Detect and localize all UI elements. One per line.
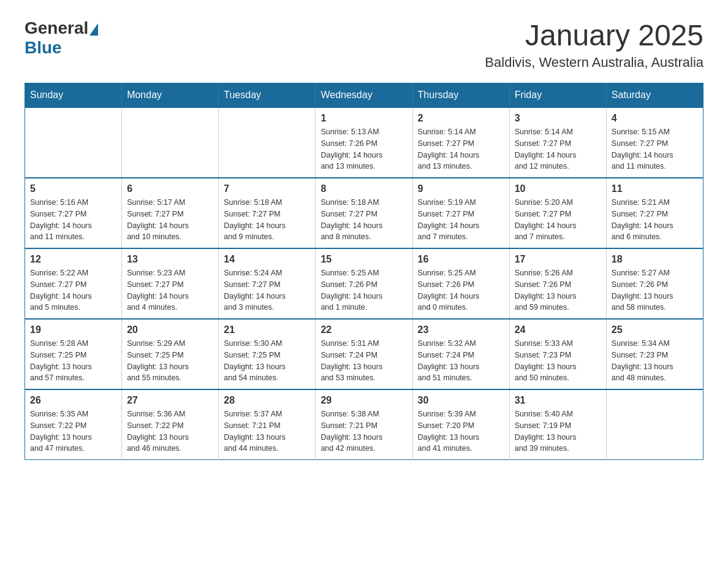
day-number: 4 bbox=[612, 113, 698, 124]
day-of-week-header: Thursday bbox=[412, 83, 509, 108]
day-number: 28 bbox=[224, 395, 310, 406]
calendar-week-row: 19Sunrise: 5:28 AM Sunset: 7:25 PM Dayli… bbox=[25, 319, 703, 389]
day-info: Sunrise: 5:24 AM Sunset: 7:27 PM Dayligh… bbox=[224, 267, 310, 313]
day-number: 19 bbox=[30, 324, 116, 335]
calendar-cell bbox=[122, 107, 219, 178]
day-info: Sunrise: 5:17 AM Sunset: 7:27 PM Dayligh… bbox=[127, 197, 213, 243]
calendar-cell: 16Sunrise: 5:25 AM Sunset: 7:26 PM Dayli… bbox=[412, 248, 509, 319]
day-info: Sunrise: 5:14 AM Sunset: 7:27 PM Dayligh… bbox=[418, 126, 504, 172]
day-number: 27 bbox=[127, 395, 213, 406]
calendar-cell: 5Sunrise: 5:16 AM Sunset: 7:27 PM Daylig… bbox=[25, 178, 122, 248]
day-info: Sunrise: 5:36 AM Sunset: 7:22 PM Dayligh… bbox=[127, 408, 213, 454]
calendar-cell: 28Sunrise: 5:37 AM Sunset: 7:21 PM Dayli… bbox=[219, 389, 316, 460]
day-info: Sunrise: 5:19 AM Sunset: 7:27 PM Dayligh… bbox=[418, 197, 504, 243]
day-of-week-header: Monday bbox=[122, 83, 219, 108]
day-number: 24 bbox=[515, 324, 601, 335]
calendar-cell: 15Sunrise: 5:25 AM Sunset: 7:26 PM Dayli… bbox=[316, 248, 412, 319]
calendar-cell: 20Sunrise: 5:29 AM Sunset: 7:25 PM Dayli… bbox=[122, 319, 219, 389]
day-info: Sunrise: 5:26 AM Sunset: 7:26 PM Dayligh… bbox=[515, 267, 601, 313]
day-number: 16 bbox=[418, 254, 504, 265]
calendar-cell bbox=[25, 107, 122, 178]
calendar-cell: 8Sunrise: 5:18 AM Sunset: 7:27 PM Daylig… bbox=[316, 178, 412, 248]
page-subtitle: Baldivis, Western Australia, Australia bbox=[485, 55, 703, 71]
day-number: 1 bbox=[320, 113, 407, 124]
calendar-cell: 29Sunrise: 5:38 AM Sunset: 7:21 PM Dayli… bbox=[316, 389, 412, 460]
calendar-cell: 18Sunrise: 5:27 AM Sunset: 7:26 PM Dayli… bbox=[606, 248, 703, 319]
calendar-cell: 30Sunrise: 5:39 AM Sunset: 7:20 PM Dayli… bbox=[412, 389, 509, 460]
calendar-cell bbox=[606, 389, 703, 460]
day-number: 2 bbox=[418, 113, 504, 124]
logo-blue-text: Blue bbox=[25, 38, 62, 58]
day-number: 11 bbox=[612, 183, 698, 194]
page-title: January 2025 bbox=[485, 18, 703, 52]
calendar-cell: 21Sunrise: 5:30 AM Sunset: 7:25 PM Dayli… bbox=[219, 319, 316, 389]
calendar-header: SundayMondayTuesdayWednesdayThursdayFrid… bbox=[25, 83, 703, 108]
day-number: 12 bbox=[30, 254, 116, 265]
day-info: Sunrise: 5:20 AM Sunset: 7:27 PM Dayligh… bbox=[515, 197, 601, 243]
calendar-table: SundayMondayTuesdayWednesdayThursdayFrid… bbox=[25, 83, 703, 460]
day-number: 14 bbox=[224, 254, 310, 265]
day-number: 6 bbox=[127, 183, 213, 194]
day-number: 5 bbox=[30, 183, 116, 194]
day-info: Sunrise: 5:14 AM Sunset: 7:27 PM Dayligh… bbox=[515, 126, 601, 172]
day-info: Sunrise: 5:33 AM Sunset: 7:23 PM Dayligh… bbox=[515, 338, 601, 384]
calendar-cell: 14Sunrise: 5:24 AM Sunset: 7:27 PM Dayli… bbox=[219, 248, 316, 319]
day-info: Sunrise: 5:32 AM Sunset: 7:24 PM Dayligh… bbox=[418, 338, 504, 384]
calendar-cell: 7Sunrise: 5:18 AM Sunset: 7:27 PM Daylig… bbox=[219, 178, 316, 248]
calendar-cell: 19Sunrise: 5:28 AM Sunset: 7:25 PM Dayli… bbox=[25, 319, 122, 389]
day-info: Sunrise: 5:30 AM Sunset: 7:25 PM Dayligh… bbox=[224, 338, 310, 384]
calendar-week-row: 5Sunrise: 5:16 AM Sunset: 7:27 PM Daylig… bbox=[25, 178, 703, 248]
calendar-cell: 9Sunrise: 5:19 AM Sunset: 7:27 PM Daylig… bbox=[412, 178, 509, 248]
day-info: Sunrise: 5:18 AM Sunset: 7:27 PM Dayligh… bbox=[320, 197, 407, 243]
day-info: Sunrise: 5:38 AM Sunset: 7:21 PM Dayligh… bbox=[320, 408, 407, 454]
calendar-cell: 2Sunrise: 5:14 AM Sunset: 7:27 PM Daylig… bbox=[412, 107, 509, 178]
day-info: Sunrise: 5:25 AM Sunset: 7:26 PM Dayligh… bbox=[418, 267, 504, 313]
day-number: 21 bbox=[224, 324, 310, 335]
calendar-cell: 17Sunrise: 5:26 AM Sunset: 7:26 PM Dayli… bbox=[509, 248, 606, 319]
calendar-cell: 10Sunrise: 5:20 AM Sunset: 7:27 PM Dayli… bbox=[509, 178, 606, 248]
calendar-cell: 31Sunrise: 5:40 AM Sunset: 7:19 PM Dayli… bbox=[509, 389, 606, 460]
day-number: 30 bbox=[418, 395, 504, 406]
day-number: 8 bbox=[320, 183, 407, 194]
day-number: 18 bbox=[612, 254, 698, 265]
day-number: 22 bbox=[320, 324, 407, 335]
logo-triangle-icon bbox=[89, 23, 98, 36]
day-info: Sunrise: 5:37 AM Sunset: 7:21 PM Dayligh… bbox=[224, 408, 310, 454]
day-number: 3 bbox=[515, 113, 601, 124]
calendar-cell: 11Sunrise: 5:21 AM Sunset: 7:27 PM Dayli… bbox=[606, 178, 703, 248]
calendar-cell bbox=[219, 107, 316, 178]
day-number: 9 bbox=[418, 183, 504, 194]
calendar-cell: 26Sunrise: 5:35 AM Sunset: 7:22 PM Dayli… bbox=[25, 389, 122, 460]
day-number: 23 bbox=[418, 324, 504, 335]
day-info: Sunrise: 5:23 AM Sunset: 7:27 PM Dayligh… bbox=[127, 267, 213, 313]
day-info: Sunrise: 5:31 AM Sunset: 7:24 PM Dayligh… bbox=[320, 338, 407, 384]
calendar-week-row: 26Sunrise: 5:35 AM Sunset: 7:22 PM Dayli… bbox=[25, 389, 703, 460]
day-info: Sunrise: 5:21 AM Sunset: 7:27 PM Dayligh… bbox=[612, 197, 698, 243]
day-info: Sunrise: 5:22 AM Sunset: 7:27 PM Dayligh… bbox=[30, 267, 116, 313]
day-of-week-header: Tuesday bbox=[219, 83, 316, 108]
day-of-week-header: Wednesday bbox=[316, 83, 412, 108]
calendar-week-row: 12Sunrise: 5:22 AM Sunset: 7:27 PM Dayli… bbox=[25, 248, 703, 319]
day-number: 7 bbox=[224, 183, 310, 194]
day-of-week-header: Friday bbox=[509, 83, 606, 108]
calendar-cell: 12Sunrise: 5:22 AM Sunset: 7:27 PM Dayli… bbox=[25, 248, 122, 319]
calendar-cell: 4Sunrise: 5:15 AM Sunset: 7:27 PM Daylig… bbox=[606, 107, 703, 178]
day-info: Sunrise: 5:16 AM Sunset: 7:27 PM Dayligh… bbox=[30, 197, 116, 243]
day-info: Sunrise: 5:13 AM Sunset: 7:26 PM Dayligh… bbox=[320, 126, 407, 172]
title-section: January 2025 Baldivis, Western Australia… bbox=[485, 18, 703, 71]
calendar-cell: 24Sunrise: 5:33 AM Sunset: 7:23 PM Dayli… bbox=[509, 319, 606, 389]
calendar-cell: 13Sunrise: 5:23 AM Sunset: 7:27 PM Dayli… bbox=[122, 248, 219, 319]
day-number: 10 bbox=[515, 183, 601, 194]
days-of-week-row: SundayMondayTuesdayWednesdayThursdayFrid… bbox=[25, 83, 703, 108]
day-of-week-header: Saturday bbox=[606, 83, 703, 108]
logo: General Blue bbox=[25, 18, 99, 58]
day-number: 20 bbox=[127, 324, 213, 335]
calendar-body: 1Sunrise: 5:13 AM Sunset: 7:26 PM Daylig… bbox=[25, 107, 703, 460]
day-number: 13 bbox=[127, 254, 213, 265]
day-info: Sunrise: 5:25 AM Sunset: 7:26 PM Dayligh… bbox=[320, 267, 407, 313]
calendar-cell: 6Sunrise: 5:17 AM Sunset: 7:27 PM Daylig… bbox=[122, 178, 219, 248]
day-number: 15 bbox=[320, 254, 407, 265]
day-number: 25 bbox=[612, 324, 698, 335]
calendar-cell: 3Sunrise: 5:14 AM Sunset: 7:27 PM Daylig… bbox=[509, 107, 606, 178]
day-info: Sunrise: 5:29 AM Sunset: 7:25 PM Dayligh… bbox=[127, 338, 213, 384]
